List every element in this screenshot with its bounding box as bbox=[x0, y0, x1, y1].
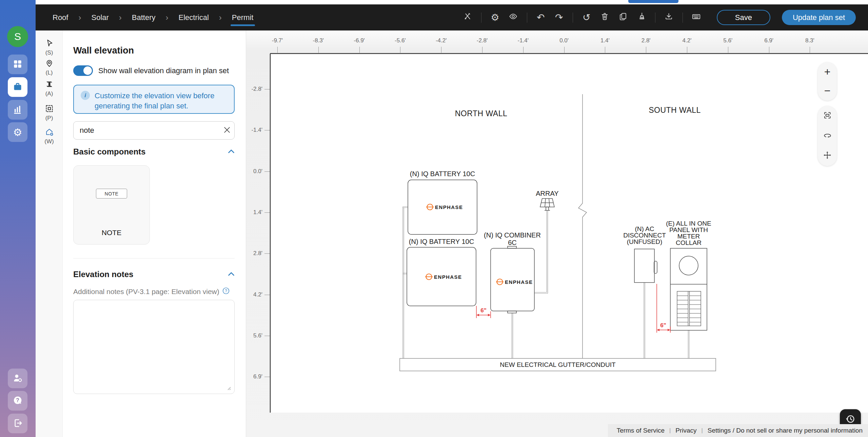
chevron-right-icon: › bbox=[166, 13, 169, 22]
zoom-pill: + − bbox=[818, 62, 837, 101]
fit-screen-icon bbox=[823, 110, 832, 122]
projects-nav-button[interactable] bbox=[8, 77, 27, 97]
battery1-label: (N) IQ BATTERY 10C bbox=[410, 170, 475, 178]
breadcrumb-roof[interactable]: Roof bbox=[53, 4, 68, 30]
reports-nav-button[interactable] bbox=[8, 100, 27, 120]
disconnect-label-line1: (N) AC bbox=[635, 225, 654, 232]
copy-icon bbox=[618, 12, 628, 23]
tool-attachment[interactable]: (A) bbox=[36, 80, 63, 97]
show-elevation-toggle-row: Show wall elevation diagram in plan set bbox=[73, 65, 229, 76]
disconnect-label-line2: DISCONNECT bbox=[623, 232, 666, 239]
enphase-logo: ENPHASE bbox=[425, 274, 462, 280]
editor-toolbar: Roof › Solar › Battery › Electrical › Pe… bbox=[36, 4, 868, 30]
toolbar-separator bbox=[481, 13, 481, 23]
logout-icon bbox=[12, 418, 23, 430]
tool-panel[interactable]: (P) bbox=[36, 104, 63, 122]
clean-canvas-button[interactable] bbox=[634, 10, 649, 25]
top-strip bbox=[36, 0, 868, 4]
location-pin-icon bbox=[45, 63, 54, 69]
update-plan-set-button[interactable]: Update plan set bbox=[782, 10, 856, 25]
account-settings-button[interactable] bbox=[8, 369, 27, 388]
terms-link[interactable]: Terms of Service bbox=[617, 427, 665, 434]
app-nav-rail: S ⚙ ? bbox=[0, 0, 36, 437]
elevation-notes-header: Elevation notes bbox=[73, 270, 235, 279]
gutter-component[interactable]: NEW ELECTRICAL GUTTER/CONDUIT bbox=[400, 358, 716, 371]
redo-button[interactable]: ↷ bbox=[552, 10, 567, 25]
elevation-drawing[interactable]: NORTH WALL SOUTH WALL (N) IQ BATTERY 10C bbox=[246, 30, 868, 437]
north-wall-title: NORTH WALL bbox=[455, 109, 508, 118]
breadcrumb-battery[interactable]: Battery bbox=[132, 4, 156, 30]
zoom-out-button[interactable]: − bbox=[818, 82, 837, 100]
keyboard-shortcuts-button[interactable] bbox=[689, 10, 704, 25]
reset-rotation-button[interactable]: ↺ bbox=[579, 10, 594, 25]
visibility-button[interactable] bbox=[506, 10, 521, 25]
toggle-knob bbox=[83, 66, 92, 75]
dashboard-nav-button[interactable] bbox=[8, 55, 27, 74]
avatar[interactable]: S bbox=[7, 26, 28, 47]
chevron-right-icon: › bbox=[119, 13, 122, 22]
battery2-label: (N) IQ BATTERY 10C bbox=[409, 238, 474, 245]
active-tab-underline bbox=[231, 24, 255, 26]
briefcase-icon bbox=[12, 81, 23, 93]
svg-text:ENPHASE: ENPHASE bbox=[435, 204, 463, 210]
view-pill bbox=[818, 106, 837, 166]
cursor-icon bbox=[45, 43, 54, 49]
component-search bbox=[73, 121, 235, 140]
info-banner: i Customize the elevation view before ge… bbox=[73, 85, 235, 114]
settings-nav-button[interactable]: ⚙ bbox=[8, 122, 27, 142]
chevron-up-icon[interactable] bbox=[228, 149, 235, 155]
house-add-icon bbox=[45, 132, 54, 138]
breadcrumb-solar[interactable]: Solar bbox=[91, 4, 108, 30]
basic-components-title: Basic components bbox=[73, 147, 145, 157]
privacy-link[interactable]: Privacy bbox=[675, 427, 696, 434]
clear-search-button[interactable] bbox=[219, 123, 234, 138]
logout-button[interactable] bbox=[8, 414, 27, 433]
canvas-settings-button[interactable]: ⚙ bbox=[488, 10, 502, 25]
show-elevation-toggle[interactable] bbox=[73, 65, 93, 76]
delete-button[interactable] bbox=[597, 10, 612, 25]
tool-select[interactable]: (S) bbox=[36, 39, 63, 56]
drawing-tool-rail: (S) (L) (A) (P) (W) bbox=[36, 30, 63, 437]
dimension-text: 6" bbox=[480, 307, 487, 314]
help-circle-icon[interactable]: ? bbox=[222, 287, 230, 296]
tool-location-label: (L) bbox=[36, 69, 63, 76]
top-accent-bar bbox=[628, 0, 678, 3]
svg-text:?: ? bbox=[16, 397, 19, 403]
bar-chart-icon bbox=[12, 104, 23, 116]
breadcrumb-permit-active[interactable]: Permit bbox=[232, 4, 254, 30]
duplicate-button[interactable] bbox=[616, 10, 631, 25]
drawing-canvas[interactable]: -9.7'-8.3'-6.9'-5.6'-4.2'-2.8'-1.4'0.0'1… bbox=[246, 30, 868, 437]
breadcrumb-permit-label: Permit bbox=[232, 13, 254, 22]
orbit-view-button[interactable] bbox=[818, 127, 837, 145]
help-button[interactable]: ? bbox=[8, 391, 27, 411]
panel-label-line2: PANEL WITH bbox=[669, 226, 708, 233]
grid-icon bbox=[12, 59, 23, 70]
panel-label-line4: COLLAR bbox=[676, 239, 702, 246]
save-button[interactable]: Save bbox=[717, 10, 770, 25]
basic-components-header: Basic components bbox=[73, 147, 235, 157]
combiner-label-line1: (N) IQ COMBINER bbox=[484, 231, 541, 239]
history-clock-icon bbox=[845, 413, 856, 426]
chevron-up-icon[interactable] bbox=[228, 271, 235, 277]
fit-to-screen-button[interactable] bbox=[818, 107, 837, 125]
enphase-logo: ENPHASE bbox=[496, 279, 533, 285]
breadcrumb-electrical[interactable]: Electrical bbox=[179, 4, 209, 30]
svg-text:?: ? bbox=[225, 289, 227, 293]
search-input[interactable] bbox=[74, 126, 219, 135]
download-icon bbox=[664, 12, 673, 23]
download-button[interactable] bbox=[662, 10, 676, 25]
design-tools-button[interactable] bbox=[460, 10, 475, 25]
zoom-in-button[interactable]: + bbox=[818, 63, 837, 81]
toolbar-separator bbox=[683, 13, 683, 23]
panel-title: Wall elevation bbox=[73, 45, 134, 56]
undo-button[interactable]: ↶ bbox=[533, 10, 548, 25]
additional-notes-label: Additional notes (PV-3.1 page: Elevation… bbox=[73, 287, 230, 296]
privacy-settings-link[interactable]: Settings / Do not sell or share my perso… bbox=[708, 427, 863, 434]
additional-notes-textarea[interactable] bbox=[73, 300, 235, 394]
elevation-notes-title: Elevation notes bbox=[73, 270, 133, 279]
tool-wall[interactable]: (W) bbox=[36, 127, 63, 145]
pan-button[interactable] bbox=[818, 147, 837, 165]
tool-location[interactable]: (L) bbox=[36, 59, 63, 76]
note-component-card[interactable]: NOTE NOTE bbox=[73, 165, 150, 245]
steel-beam-icon bbox=[45, 84, 54, 90]
